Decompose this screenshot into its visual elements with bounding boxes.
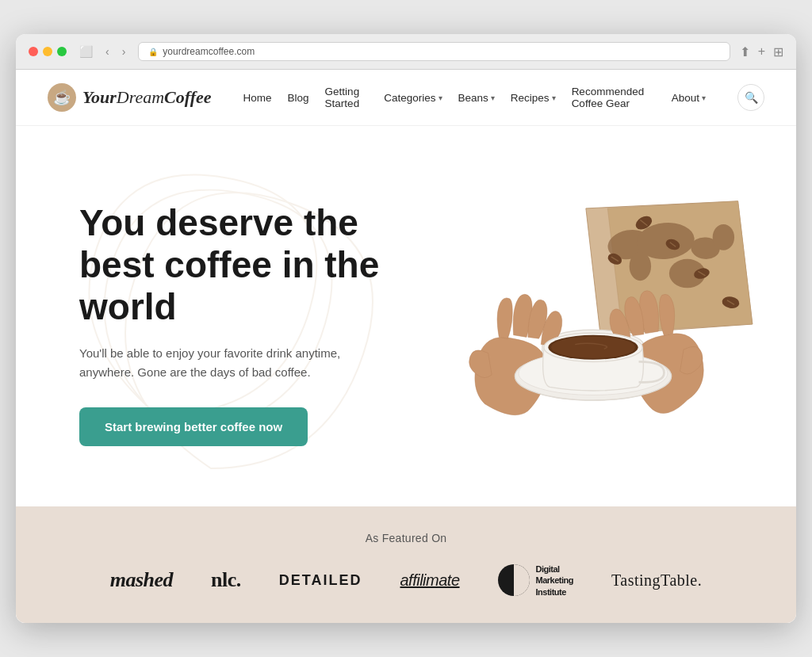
grid-icon[interactable]: ⊞ [773, 44, 783, 59]
nav-item-categories[interactable]: Categories ▾ [377, 89, 448, 107]
nav-item-getting-started[interactable]: Getting Started [319, 82, 375, 113]
nav-item-home[interactable]: Home [237, 89, 278, 107]
hero-subtitle: You'll be able to enjoy your favorite dr… [79, 344, 365, 382]
search-icon: 🔍 [745, 91, 758, 104]
hero-image [422, 174, 764, 475]
logo-icon: ☕ [48, 83, 76, 112]
nav-item-about[interactable]: About ▾ [665, 89, 712, 107]
nav-links: Home Blog Getting Started Categories ▾ B… [237, 82, 712, 113]
back-button[interactable]: ‹ [102, 44, 113, 59]
forward-button[interactable]: › [119, 44, 129, 59]
dmi-text: DigitalMarketingInstitute [536, 563, 573, 598]
brand-affilimate: affilimate [400, 571, 460, 590]
search-button[interactable]: 🔍 [737, 84, 764, 111]
brand-dmi: DigitalMarketingInstitute [498, 563, 573, 598]
hero-section: You deserve the best coffee in the world… [16, 126, 796, 506]
featured-label: As Featured On [48, 532, 764, 544]
browser-window: ⬜ ‹ › 🔒 yourdreamcoffee.com ⬆ + ⊞ ☕ Your… [16, 34, 796, 623]
minimize-button[interactable] [43, 47, 52, 56]
sidebar-toggle-icon[interactable]: ⬜ [76, 44, 96, 59]
brand-nlc: nlc. [211, 568, 241, 592]
close-button[interactable] [29, 47, 38, 56]
browser-controls: ⬜ ‹ › [76, 44, 128, 59]
brand-tasting-table: TastingTable. [611, 571, 702, 590]
coffee-illustration [427, 174, 760, 475]
svg-point-25 [551, 337, 635, 358]
featured-logos: mashed nlc. DETAILED affilimate DigitalM… [48, 563, 764, 598]
hero-content: You deserve the best coffee in the world… [79, 202, 422, 446]
nav-item-blog[interactable]: Blog [282, 89, 316, 107]
page-content: ☕ YourDreamCoffee Home Blog Getting Star… [16, 70, 796, 623]
svg-point-3 [630, 252, 651, 281]
url-text: yourdreamcoffee.com [163, 46, 255, 57]
nav-item-recipes[interactable]: Recipes ▾ [504, 89, 562, 107]
main-nav: ☕ YourDreamCoffee Home Blog Getting Star… [16, 70, 796, 126]
dmi-circle-icon [498, 564, 530, 596]
new-tab-icon[interactable]: + [758, 44, 765, 59]
maximize-button[interactable] [57, 47, 67, 56]
share-icon[interactable]: ⬆ [740, 44, 750, 59]
brand-detailed: DETAILED [279, 572, 362, 589]
traffic-lights [29, 47, 67, 56]
address-bar[interactable]: 🔒 yourdreamcoffee.com [138, 42, 730, 61]
svg-point-5 [713, 224, 734, 250]
logo-text: YourDreamCoffee [82, 87, 212, 108]
browser-chrome: ⬜ ‹ › 🔒 yourdreamcoffee.com ⬆ + ⊞ [16, 34, 796, 70]
brand-mashed: mashed [110, 568, 173, 592]
featured-section: As Featured On mashed nlc. DETAILED affi… [16, 506, 796, 623]
nav-item-gear[interactable]: Recommended Coffee Gear [565, 82, 662, 113]
logo-link[interactable]: ☕ YourDreamCoffee [48, 83, 212, 112]
lock-icon: 🔒 [148, 48, 158, 56]
browser-actions: ⬆ + ⊞ [740, 44, 783, 59]
hero-cta-button[interactable]: Start brewing better coffee now [79, 407, 308, 446]
hero-title: You deserve the best coffee in the world [79, 202, 422, 328]
nav-item-beans[interactable]: Beans ▾ [452, 89, 501, 107]
